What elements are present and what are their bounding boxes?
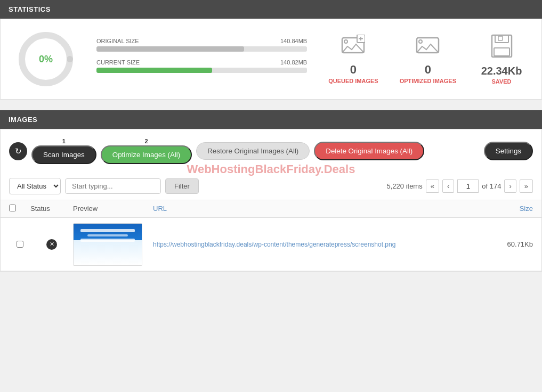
search-input[interactable] [65,178,161,194]
prev-page-button[interactable]: ‹ [442,179,454,193]
col-size-header: Size [490,205,533,213]
queued-count: 0 [328,63,378,77]
queued-label: QUEUED IMAGES [328,78,378,84]
original-size-label: ORIGINAL SIZE [96,38,139,44]
table-row: ✕ https://webhostingblackfriday.deals/wp… [1,218,541,271]
original-size-value: 140.84MB [280,38,307,44]
x-icon[interactable]: ✕ [46,239,57,250]
optimize-button[interactable]: Optimize Images (All) [101,145,192,164]
step2-label: 2 [144,138,148,144]
saved-icon [478,34,525,63]
restore-button[interactable]: Restore Original Images (All) [196,142,310,160]
donut-chart: 0% [17,30,75,88]
col-status-header: Status [30,205,73,213]
filter-row: All Status Filter 5,220 items « ‹ of 174… [1,173,541,200]
preview-thumbnail [73,223,142,266]
queued-icon [328,35,378,61]
col-url-header: URL [153,205,490,213]
optimize-group: 2 Optimize Images (All) [101,138,192,164]
current-size-value: 140.82MB [280,59,307,66]
svg-point-3 [344,40,347,43]
filter-button[interactable]: Filter [165,178,199,194]
statistics-header: STATISTICS [0,0,542,19]
current-size-bar [96,68,307,73]
images-panel: ↻ 1 Scan Images 2 Optimize Images (All) … [0,129,542,272]
saved-stat: 22.34Kb SAVED [478,34,525,85]
row-size: 60.71Kb [490,240,533,248]
total-items: 5,220 items [386,182,422,190]
size-info: ORIGINAL SIZE 140.84MB CURRENT SIZE 140.… [96,38,307,80]
optimized-label: OPTIMIZED IMAGES [400,78,456,84]
status-filter-select[interactable]: All Status [9,178,61,194]
row-status-icon: ✕ [30,239,73,250]
optimized-stat: 0 OPTIMIZED IMAGES [400,35,456,84]
original-size-row: ORIGINAL SIZE 140.84MB [96,38,307,52]
page-of-label: of 174 [482,182,501,190]
refresh-button[interactable]: ↻ [9,142,27,160]
optimized-icon [400,35,456,61]
row-checkbox [9,241,30,248]
saved-value: 22.34Kb [478,65,525,77]
table-header: Status Preview URL Size [1,200,541,218]
first-page-button[interactable]: « [426,179,439,193]
scan-group: 1 Scan Images [31,138,96,164]
col-preview-header: Preview [73,205,153,213]
stats-icons: 0 QUEUED IMAGES 0 OPTIMIZED IMAGES [328,34,525,85]
scan-images-button[interactable]: Scan Images [31,145,96,164]
delete-originals-button[interactable]: Delete Original Images (All) [314,142,424,160]
row-preview [73,223,153,266]
svg-rect-11 [498,36,503,40]
next-page-button[interactable]: › [504,179,516,193]
original-size-bar [96,46,307,52]
donut-percent: 0% [39,54,53,65]
current-size-label: CURRENT SIZE [96,59,140,66]
select-all-checkbox[interactable] [9,205,16,211]
settings-button[interactable]: Settings [484,142,533,160]
svg-rect-12 [494,48,509,56]
row-select-checkbox[interactable] [17,241,23,248]
svg-point-8 [419,40,422,43]
statistics-panel: 0% ORIGINAL SIZE 140.84MB CURRENT SIZE 1… [0,19,542,100]
saved-label: SAVED [478,78,525,85]
col-checkbox [9,205,30,213]
step1-label: 1 [62,138,66,144]
page-number-input[interactable] [457,179,479,193]
optimized-count: 0 [400,63,456,77]
current-size-row: CURRENT SIZE 140.82MB [96,59,307,73]
toolbar: ↻ 1 Scan Images 2 Optimize Images (All) … [1,129,541,173]
last-page-button[interactable]: » [520,179,533,193]
row-url[interactable]: https://webhostingblackfriday.deals/wp-c… [153,241,490,248]
pagination: 5,220 items « ‹ of 174 › » [386,179,533,193]
queued-stat: 0 QUEUED IMAGES [328,35,378,84]
images-header: IMAGES [0,110,542,129]
